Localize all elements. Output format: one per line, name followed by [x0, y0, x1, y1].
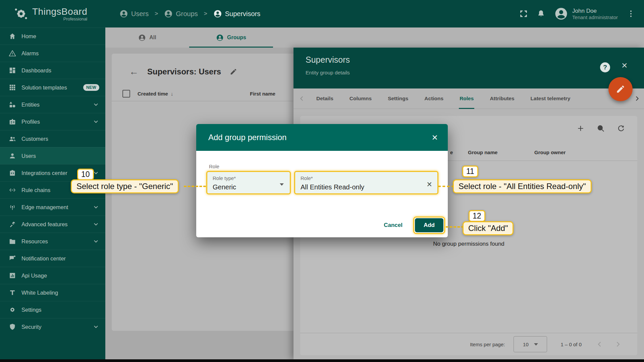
- tab-latest-telemetry[interactable]: Latest telemetry: [523, 88, 579, 109]
- dashboards-icon: [9, 67, 16, 74]
- brand-logo[interactable]: ThingsBoard Professional: [0, 0, 105, 27]
- folder-icon: [9, 238, 16, 245]
- sidebar-item-notification-center[interactable]: Notification center: [0, 250, 105, 267]
- sidebar-item-resources[interactable]: Resources: [0, 233, 105, 250]
- chevron-down-icon: [534, 343, 538, 346]
- gear-icon: [9, 306, 16, 313]
- sidebar-item-api-usage[interactable]: Api Usage: [0, 267, 105, 284]
- next-page-icon[interactable]: [614, 340, 622, 348]
- white-labeling-icon: [9, 289, 16, 296]
- role-section-label: Role: [209, 164, 219, 169]
- tab-columns[interactable]: Columns: [341, 88, 380, 109]
- dialog-title: Add group permission: [208, 133, 286, 142]
- customers-icon: [9, 135, 16, 142]
- callout-11-label: Select role - "All Entities Read-only": [453, 179, 592, 193]
- account-circle-icon: [164, 9, 173, 18]
- tabs-scroll-right-icon[interactable]: [633, 95, 644, 102]
- pencil-icon: [616, 84, 625, 94]
- panel-header: Supervisors Entity group details ? ×: [293, 48, 644, 88]
- edge-antenna-icon: [9, 203, 16, 211]
- sidebar-item-dashboards[interactable]: Dashboards: [0, 62, 105, 79]
- breadcrumb-separator: >: [204, 10, 207, 17]
- tab-details[interactable]: Details: [308, 88, 341, 109]
- column-first-name[interactable]: First name: [250, 91, 275, 97]
- column-group-name[interactable]: Group name: [468, 149, 497, 155]
- previous-page-icon[interactable]: [596, 340, 604, 348]
- tab-settings[interactable]: Settings: [380, 88, 416, 109]
- sidebar-item-entities[interactable]: Entities: [0, 96, 105, 113]
- notifications-bell-icon[interactable]: [537, 9, 545, 18]
- sidebar-item-settings[interactable]: Settings: [0, 301, 105, 318]
- role-autocomplete-field[interactable]: Role* All Entities Read-only ×: [294, 171, 438, 194]
- breadcrumb-users[interactable]: Users: [119, 9, 149, 18]
- alarm-icon: [9, 50, 16, 57]
- rule-chains-icon: [9, 186, 16, 194]
- sidebar-item-users[interactable]: Users: [0, 147, 105, 164]
- kebab-menu-icon[interactable]: [627, 9, 635, 18]
- sidebar-item-profiles[interactable]: Profiles: [0, 113, 105, 130]
- help-icon[interactable]: ?: [600, 62, 610, 72]
- top-header: Users > Groups > Supervisors: [105, 0, 644, 27]
- column-group-owner[interactable]: Group owner: [534, 149, 566, 155]
- edit-pencil-icon[interactable]: [230, 68, 237, 75]
- tabs-scroll-left-icon[interactable]: [293, 95, 308, 102]
- clear-icon[interactable]: ×: [427, 179, 432, 190]
- user-name: John Doe: [572, 7, 618, 14]
- chevron-down-icon: [93, 204, 99, 210]
- sidebar-item-customers[interactable]: Customers: [0, 130, 105, 147]
- home-icon: [9, 33, 16, 40]
- tab-all[interactable]: All: [105, 27, 189, 48]
- breadcrumb-groups[interactable]: Groups: [164, 9, 198, 18]
- account-circle-icon: [119, 9, 128, 18]
- sidebar-item-home[interactable]: Home: [0, 27, 105, 45]
- column-created-time[interactable]: Created time↓: [138, 91, 173, 97]
- chevron-down-icon: [93, 238, 99, 245]
- callout-11-connector: [438, 186, 454, 187]
- back-arrow-icon[interactable]: ←: [129, 66, 139, 77]
- sidebar-item-alarms[interactable]: Alarms: [0, 45, 105, 62]
- chevron-down-icon: [93, 221, 99, 228]
- select-all-checkbox[interactable]: [122, 90, 130, 98]
- edit-fab-button[interactable]: [608, 77, 633, 101]
- tab-roles[interactable]: Roles: [451, 88, 482, 109]
- entity-view-tabs: All Groups: [105, 27, 644, 48]
- cancel-button[interactable]: Cancel: [380, 219, 406, 231]
- items-per-page-label: Items per page:: [470, 342, 505, 347]
- bottom-edge-bar: [0, 359, 644, 362]
- brand-name: ThingsBoard: [32, 6, 87, 17]
- sidebar-item-white-labeling[interactable]: White Labeling: [0, 284, 105, 301]
- thingsboard-gear-icon: [13, 6, 29, 21]
- sidebar-item-edge-management[interactable]: Edge management: [0, 198, 105, 216]
- roles-column-header-fragment: e: [450, 149, 453, 155]
- add-button-highlight: Add: [413, 217, 445, 234]
- page-size-select[interactable]: 10: [514, 336, 547, 352]
- grid-icon: [9, 84, 16, 91]
- tab-actions[interactable]: Actions: [416, 88, 451, 109]
- breadcrumb-separator: >: [155, 10, 158, 17]
- add-icon[interactable]: [576, 124, 585, 133]
- sidebar-item-solution-templates[interactable]: Solution templates NEW: [0, 79, 105, 96]
- app: ThingsBoard Professional Home Alarms Das…: [0, 0, 644, 362]
- sidebar-item-advanced-features[interactable]: Advanced features: [0, 216, 105, 233]
- sidebar-item-security[interactable]: Security: [0, 318, 105, 335]
- chevron-down-icon: [93, 118, 99, 125]
- callout-10-connector: [184, 186, 206, 187]
- breadcrumb: Users > Groups > Supervisors: [105, 9, 260, 18]
- close-icon[interactable]: ×: [622, 60, 628, 71]
- tab-attributes[interactable]: Attributes: [482, 88, 522, 109]
- chevron-down-icon: [93, 323, 99, 330]
- fullscreen-icon[interactable]: [519, 9, 528, 18]
- search-icon[interactable]: [596, 124, 605, 133]
- panel-subtitle: Entity group details: [306, 70, 350, 76]
- close-icon[interactable]: ×: [432, 132, 438, 143]
- add-button[interactable]: Add: [415, 218, 443, 232]
- chart-icon: [9, 272, 16, 279]
- role-type-select[interactable]: Role type* Generic: [206, 171, 291, 194]
- callout-10-number: 10: [77, 169, 94, 180]
- user-menu[interactable]: John Doe Tenant administrator: [554, 7, 618, 21]
- integrations-icon: [9, 169, 16, 177]
- avatar: [554, 7, 568, 21]
- refresh-icon[interactable]: [616, 124, 625, 133]
- tab-groups[interactable]: Groups: [189, 27, 273, 48]
- paginator: Items per page: 10 1 – 0 of 0: [300, 333, 637, 355]
